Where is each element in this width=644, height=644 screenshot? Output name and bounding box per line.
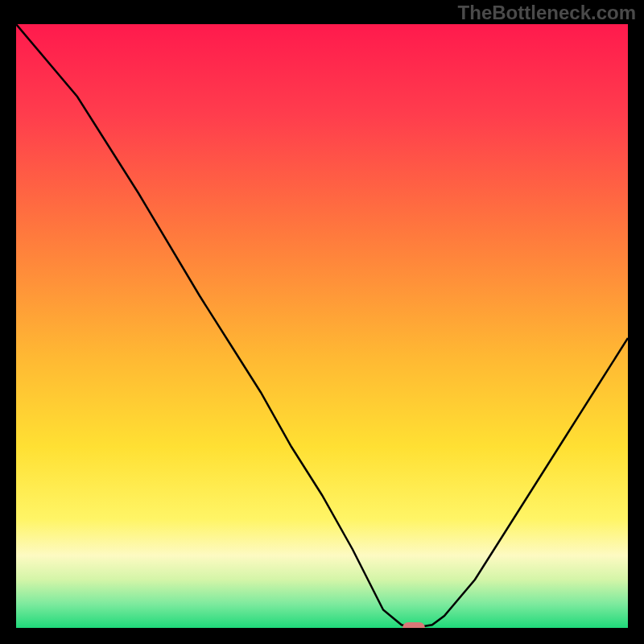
watermark-text: TheBottleneck.com [458, 2, 636, 24]
plot-area [16, 24, 628, 628]
chart-container: TheBottleneck.com [0, 0, 644, 644]
optimal-marker [402, 622, 425, 628]
chart-svg [16, 24, 628, 628]
gradient-background [16, 24, 628, 628]
